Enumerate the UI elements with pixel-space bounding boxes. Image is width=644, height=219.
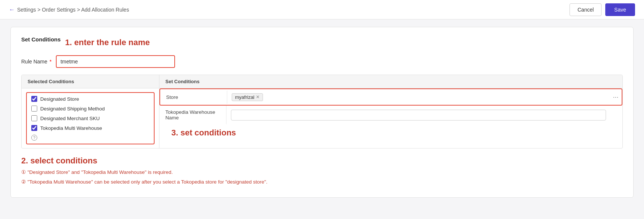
right-panel: Set Conditions Store myafrizal ✕ bbox=[159, 75, 622, 148]
step3-annotation: 3. set conditions bbox=[171, 128, 236, 138]
breadcrumb: ← Settings > Order Settings > Add Alloca… bbox=[9, 6, 129, 13]
card-title: Set Conditions bbox=[21, 36, 61, 43]
store-tag: myafrizal ✕ bbox=[232, 93, 263, 101]
step2-annotation: 2. select conditions bbox=[21, 156, 623, 166]
store-condition-row: Store myafrizal ✕ ··· bbox=[159, 88, 622, 106]
checkbox-designated-store-label: Designated Store bbox=[40, 96, 79, 102]
checkbox-designated-shipping-label: Designated Shipping Method bbox=[40, 106, 105, 112]
checkbox-tokopedia-warehouse-input[interactable] bbox=[31, 125, 37, 131]
checkbox-designated-shipping-input[interactable] bbox=[31, 106, 37, 112]
store-label: Store bbox=[160, 91, 227, 104]
top-bar: ← Settings > Order Settings > Add Alloca… bbox=[0, 0, 644, 19]
warehouse-condition-row: Tokopedia Warehouse Name bbox=[159, 106, 622, 124]
checkbox-tokopedia-warehouse-label: Tokopedia Multi Warehouse bbox=[40, 125, 102, 131]
save-button[interactable]: Save bbox=[605, 3, 635, 16]
checkbox-designated-shipping[interactable]: Designated Shipping Method bbox=[31, 106, 149, 112]
store-value: myafrizal ✕ bbox=[227, 90, 610, 104]
annotations-below: 2. select conditions ① "Designated Store… bbox=[21, 156, 623, 186]
checkbox-designated-store[interactable]: Designated Store bbox=[31, 96, 149, 102]
store-more-button[interactable]: ··· bbox=[610, 90, 622, 104]
checkbox-designated-store-input[interactable] bbox=[31, 96, 37, 102]
back-arrow-icon[interactable]: ← bbox=[9, 6, 15, 13]
title-row: Set Conditions 1. enter the rule name bbox=[21, 36, 623, 49]
warehouse-more-button bbox=[610, 112, 622, 118]
main-card: Set Conditions 1. enter the rule name Ru… bbox=[10, 27, 634, 198]
set-conditions-body: Store myafrizal ✕ ··· bbox=[159, 88, 622, 124]
warehouse-value bbox=[226, 107, 610, 123]
checkbox-designated-sku-input[interactable] bbox=[31, 115, 37, 121]
left-panel-header: Selected Conditions bbox=[22, 75, 159, 88]
page-content: Set Conditions 1. enter the rule name Ru… bbox=[0, 19, 644, 205]
top-actions: Cancel Save bbox=[570, 3, 635, 16]
store-tag-text: myafrizal bbox=[235, 94, 254, 100]
conditions-grid: Selected Conditions Designated Store Des… bbox=[21, 75, 623, 148]
right-panel-header: Set Conditions bbox=[159, 75, 622, 88]
rule-name-row: Rule Name * bbox=[21, 55, 623, 68]
info-icon[interactable]: ? bbox=[31, 135, 37, 141]
warehouse-label: Tokopedia Warehouse Name bbox=[159, 106, 226, 124]
annotation3-row: 3. set conditions bbox=[159, 124, 622, 141]
left-panel: Selected Conditions Designated Store Des… bbox=[22, 75, 159, 148]
rule-name-label: Rule Name * bbox=[21, 59, 51, 65]
breadcrumb-text: Settings > Order Settings > Add Allocati… bbox=[17, 7, 129, 13]
annotation-note2: ② "Tokopedia Multi Warehouse" can be sel… bbox=[21, 178, 623, 186]
checkbox-tokopedia-warehouse[interactable]: Tokopedia Multi Warehouse bbox=[31, 125, 149, 131]
store-tag-input: myafrizal ✕ bbox=[232, 93, 605, 101]
checkbox-designated-sku-label: Designated Merchant SKU bbox=[40, 116, 100, 121]
left-panel-body: Designated Store Designated Shipping Met… bbox=[22, 88, 159, 148]
step1-annotation: 1. enter the rule name bbox=[65, 38, 150, 47]
annotation-note1: ① "Designated Store" and "Tokopedia Mult… bbox=[21, 169, 623, 176]
checkbox-list: Designated Store Designated Shipping Met… bbox=[26, 92, 155, 144]
cancel-button[interactable]: Cancel bbox=[570, 3, 602, 16]
required-marker: * bbox=[50, 59, 51, 65]
checkbox-designated-sku[interactable]: Designated Merchant SKU bbox=[31, 115, 149, 121]
store-tag-close[interactable]: ✕ bbox=[256, 94, 260, 100]
rule-name-input[interactable] bbox=[56, 55, 175, 68]
warehouse-input[interactable] bbox=[231, 110, 606, 121]
